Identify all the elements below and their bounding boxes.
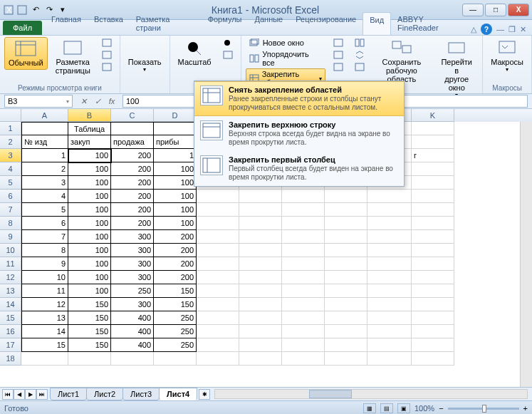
show-button[interactable]: Показать▾ (125, 37, 165, 75)
cell-E18[interactable] (197, 352, 239, 366)
cell-K14[interactable] (412, 298, 454, 311)
other-window-button[interactable]: Перейти в другое окно▾ (435, 37, 478, 100)
cell-C11[interactable]: 300 (111, 257, 154, 271)
cell-D13[interactable]: 150 (154, 284, 197, 298)
cell-H13[interactable] (282, 284, 325, 298)
col-header-C[interactable]: C (111, 109, 154, 122)
cell-K12[interactable] (412, 271, 454, 284)
cell-H10[interactable] (282, 244, 325, 257)
cell-C6[interactable]: 200 (111, 190, 154, 203)
cell-I9[interactable] (325, 230, 367, 244)
cell-D4[interactable]: 100 (154, 162, 197, 176)
cell-K16[interactable] (412, 325, 454, 338)
cell-B4[interactable]: 100 (68, 162, 111, 176)
cell-F13[interactable] (239, 284, 282, 298)
cell-C13[interactable]: 250 (111, 284, 154, 298)
cell-I13[interactable] (325, 284, 367, 298)
ribbon-options-icon[interactable]: △ (471, 25, 476, 34)
cell-B7[interactable]: 100 (68, 203, 111, 217)
sync-scroll-button[interactable] (351, 49, 368, 61)
cell-D10[interactable]: 200 (154, 244, 197, 257)
cell-B3[interactable]: 100 (68, 149, 111, 162)
cell-E13[interactable] (197, 284, 239, 298)
cell-C12[interactable]: 300 (111, 271, 154, 284)
row-header-18[interactable]: 18 (0, 352, 21, 366)
row-header-13[interactable]: 13 (0, 284, 21, 298)
cell-K15[interactable] (412, 311, 454, 325)
tab-next-button[interactable]: ▶ (25, 389, 36, 400)
unhide-button[interactable] (330, 61, 347, 73)
cell-E8[interactable] (197, 217, 239, 230)
cell-C2[interactable]: продажа (111, 135, 154, 149)
row-header-9[interactable]: 9 (0, 230, 21, 244)
accept-formula-icon[interactable]: ✓ (91, 95, 104, 107)
cell-C7[interactable]: 200 (111, 203, 154, 217)
row-header-2[interactable]: 2 (0, 135, 21, 149)
cell-A7[interactable]: 5 (21, 203, 68, 217)
row-header-16[interactable]: 16 (0, 325, 21, 338)
arrange-all-button[interactable]: Упорядочить все (246, 49, 325, 68)
cell-J14[interactable] (367, 298, 412, 311)
cancel-formula-icon[interactable]: ✕ (77, 95, 90, 107)
cell-E6[interactable] (197, 190, 239, 203)
freeze-top-row-item[interactable]: Закрепить верхнюю строку Верхняя строка … (194, 116, 404, 151)
cell-J8[interactable] (367, 217, 412, 230)
col-header-B[interactable]: B (68, 109, 111, 122)
cell-B5[interactable]: 100 (68, 176, 111, 190)
side-by-side-button[interactable] (351, 37, 368, 48)
sheet-tab-Лист3[interactable]: Лист3 (122, 388, 160, 400)
cell-J7[interactable] (367, 203, 412, 217)
cell-I16[interactable] (325, 325, 367, 338)
tab-first-button[interactable]: ⏮ (2, 389, 14, 400)
normal-view-icon[interactable]: ▦ (363, 403, 376, 413)
cell-F12[interactable] (239, 271, 282, 284)
cell-D6[interactable]: 100 (154, 190, 197, 203)
cell-E16[interactable] (197, 325, 239, 338)
cell-C9[interactable]: 300 (111, 230, 154, 244)
cell-J10[interactable] (367, 244, 412, 257)
cell-H6[interactable] (282, 190, 325, 203)
cell-D18[interactable] (154, 352, 197, 366)
cell-A11[interactable]: 9 (21, 257, 68, 271)
doc-restore-icon[interactable]: ❐ (508, 25, 516, 34)
cell-D11[interactable]: 200 (154, 257, 197, 271)
cell-K4[interactable] (412, 162, 454, 176)
cell-C5[interactable]: 200 (111, 176, 154, 190)
cell-A15[interactable]: 13 (21, 311, 68, 325)
cell-H7[interactable] (282, 203, 325, 217)
cell-K1[interactable] (412, 122, 454, 135)
fx-icon[interactable]: fx (105, 95, 118, 107)
cell-H14[interactable] (282, 298, 325, 311)
row-header-14[interactable]: 14 (0, 298, 21, 311)
cell-B14[interactable]: 150 (68, 298, 111, 311)
cell-H9[interactable] (282, 230, 325, 244)
help-icon[interactable]: ? (481, 24, 492, 35)
split-button[interactable] (330, 37, 347, 48)
row-header-7[interactable]: 7 (0, 203, 21, 217)
cell-I15[interactable] (325, 311, 367, 325)
cell-A4[interactable]: 2 (21, 162, 68, 176)
cell-K10[interactable] (412, 244, 454, 257)
zoom-sel-button[interactable] (219, 49, 236, 61)
cell-E10[interactable] (197, 244, 239, 257)
cell-A17[interactable]: 15 (21, 338, 68, 352)
row-header-1[interactable]: 1 (0, 122, 21, 135)
normal-view-button[interactable]: Обычный (4, 37, 48, 70)
cell-I11[interactable] (325, 257, 367, 271)
doc-close-icon[interactable]: ✕ (520, 25, 526, 34)
cell-I10[interactable] (325, 244, 367, 257)
save-icon[interactable] (16, 4, 28, 16)
cell-J12[interactable] (367, 271, 412, 284)
cell-B15[interactable]: 150 (68, 311, 111, 325)
vertical-scrollbar[interactable] (520, 122, 532, 387)
sheet-tab-Лист1[interactable]: Лист1 (50, 388, 87, 400)
ribbon-tab-abbyy finereader[interactable]: ABBYY FineReader (391, 12, 471, 35)
cell-C15[interactable]: 400 (111, 311, 154, 325)
cell-F7[interactable] (239, 203, 282, 217)
pagebreak-view-icon[interactable]: ▣ (397, 403, 410, 413)
cell-F18[interactable] (239, 352, 282, 366)
cell-A3[interactable]: 1 (21, 149, 68, 162)
cell-A10[interactable]: 8 (21, 244, 68, 257)
excel-icon[interactable]: X (3, 4, 14, 16)
cell-F6[interactable] (239, 190, 282, 203)
